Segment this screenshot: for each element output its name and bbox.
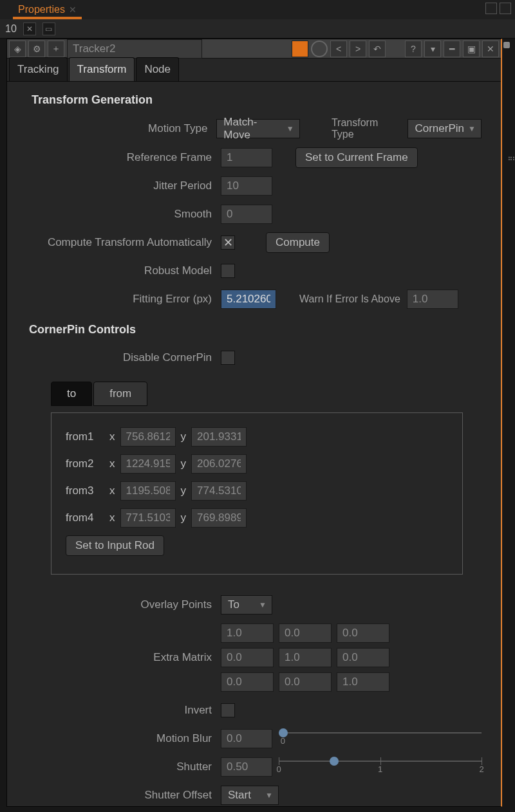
- matrix-1-1[interactable]: [279, 648, 332, 667]
- fitting-error-input[interactable]: [221, 290, 276, 309]
- properties-tabbar: Properties ✕: [0, 0, 515, 19]
- from1-row: from1 x y: [66, 427, 448, 447]
- robust-model-label: Robust Model: [32, 264, 214, 277]
- center-icon[interactable]: ◈: [9, 41, 26, 57]
- add-icon[interactable]: ＋: [48, 41, 64, 57]
- overlay-points-dropdown[interactable]: To: [221, 595, 272, 614]
- minimize-window-icon[interactable]: [485, 3, 497, 14]
- node-panel: ◈ ⚙ ＋ < > ↶ ? ▾ ━ ▣ ✕ Tracking Transform…: [6, 39, 502, 807]
- reference-frame-label: Reference Frame: [32, 151, 214, 164]
- from2-y-input[interactable]: [191, 454, 247, 474]
- transform-type-dropdown[interactable]: CornerPin: [407, 119, 482, 138]
- matrix-1-2[interactable]: [337, 648, 389, 667]
- gear-icon[interactable]: ⚙: [28, 41, 45, 57]
- matrix-0-1[interactable]: [279, 623, 332, 643]
- motion-blur-label: Motion Blur: [32, 732, 214, 745]
- from2-label: from2: [66, 457, 104, 470]
- matrix-1-0[interactable]: [221, 648, 274, 667]
- shutter-offset-label: Shutter Offset: [32, 789, 214, 802]
- close-panel-icon[interactable]: ✕: [482, 41, 499, 57]
- cornerpin-points-panel: from1 x y from2 x y from3 x y fr: [51, 412, 463, 575]
- redo-icon[interactable]: >: [350, 41, 366, 57]
- reference-frame-input[interactable]: [221, 148, 272, 167]
- invert-label: Invert: [32, 704, 214, 717]
- compute-auto-label: Compute Transform Automatically: [32, 236, 214, 249]
- warn-input[interactable]: [407, 290, 458, 309]
- maximize-panels-icon[interactable]: ▭: [42, 23, 55, 35]
- tab-transform[interactable]: Transform: [69, 57, 135, 81]
- motion-blur-slider[interactable]: 0: [279, 728, 482, 749]
- motion-blur-input[interactable]: [221, 729, 272, 748]
- from1-x-input[interactable]: [120, 427, 176, 447]
- from1-y-input[interactable]: [191, 427, 247, 447]
- node-name-input[interactable]: [67, 39, 202, 59]
- undo-icon[interactable]: <: [330, 41, 347, 57]
- shutter-offset-dropdown[interactable]: Start: [221, 786, 279, 805]
- help-icon[interactable]: ?: [405, 41, 422, 57]
- extra-matrix-label: Extra Matrix: [32, 651, 214, 664]
- from4-label: from4: [66, 512, 104, 524]
- jitter-period-label: Jitter Period: [32, 180, 214, 192]
- from4-row: from4 x y: [66, 508, 448, 528]
- from1-label: from1: [66, 430, 104, 443]
- disable-cornerpin-label: Disable CornerPin: [32, 351, 214, 364]
- from4-y-input[interactable]: [191, 508, 247, 528]
- from3-label: from3: [66, 484, 104, 497]
- fitting-error-label: Fitting Error (px): [32, 293, 214, 306]
- compute-button[interactable]: Compute: [266, 232, 330, 253]
- node-header: ◈ ⚙ ＋ < > ↶ ? ▾ ━ ▣ ✕: [7, 39, 501, 59]
- from3-x-input[interactable]: [120, 481, 176, 501]
- compute-auto-checkbox[interactable]: ✕: [221, 235, 235, 250]
- motion-type-label: Motion Type: [32, 122, 210, 135]
- properties-tab[interactable]: Properties ✕: [13, 0, 82, 19]
- hide-icon[interactable]: ▾: [424, 41, 441, 57]
- disable-cornerpin-checkbox[interactable]: [221, 351, 235, 365]
- close-window-icon[interactable]: [500, 3, 511, 14]
- matrix-0-0[interactable]: [221, 623, 274, 643]
- panel-count: 10: [5, 23, 17, 35]
- from2-x-input[interactable]: [120, 454, 176, 474]
- from-tab[interactable]: from: [93, 382, 147, 406]
- matrix-2-2[interactable]: [337, 672, 389, 692]
- from3-y-input[interactable]: [191, 481, 247, 501]
- shutter-slider[interactable]: 0 1 2: [279, 757, 482, 777]
- section-cornerpin: CornerPin Controls: [29, 323, 482, 337]
- matrix-2-0[interactable]: [221, 672, 274, 692]
- smooth-input[interactable]: [221, 205, 272, 224]
- warn-label: Warn If Error Is Above: [299, 293, 400, 305]
- shutter-input[interactable]: [221, 757, 272, 777]
- set-to-input-rod-button[interactable]: Set to Input Rod: [66, 535, 164, 556]
- clear-panels-icon[interactable]: ✕: [23, 23, 36, 35]
- from4-x-input[interactable]: [120, 508, 176, 528]
- properties-toolbar: 10 ✕ ▭: [0, 19, 515, 39]
- section-transform-generation: Transform Generation: [32, 93, 482, 107]
- node-tabs: Tracking Transform Node: [7, 59, 501, 82]
- restore-icon[interactable]: ↶: [369, 41, 386, 57]
- scrollbar-thumb[interactable]: [503, 42, 510, 48]
- float-icon[interactable]: ▣: [463, 41, 480, 57]
- robust-model-checkbox[interactable]: [221, 264, 235, 278]
- set-current-frame-button[interactable]: Set to Current Frame: [295, 147, 418, 168]
- close-icon[interactable]: ✕: [69, 5, 77, 15]
- properties-tab-label: Properties: [18, 4, 65, 15]
- shutter-label: Shutter: [32, 761, 214, 773]
- tab-node[interactable]: Node: [136, 57, 179, 81]
- to-tab[interactable]: to: [51, 382, 92, 406]
- from2-row: from2 x y: [66, 454, 448, 474]
- overlay-color-icon[interactable]: [311, 41, 328, 57]
- color-swatch[interactable]: [292, 41, 308, 57]
- overlay-points-label: Overlay Points: [32, 598, 214, 611]
- invert-checkbox[interactable]: [221, 703, 235, 717]
- jitter-period-input[interactable]: [221, 176, 272, 196]
- sidebar-drag-icon[interactable]: ⠿: [506, 156, 515, 163]
- from3-row: from3 x y: [66, 481, 448, 501]
- minimize-icon[interactable]: ━: [444, 41, 460, 57]
- matrix-2-1[interactable]: [279, 672, 332, 692]
- smooth-label: Smooth: [32, 208, 214, 221]
- matrix-0-2[interactable]: [337, 623, 389, 643]
- motion-type-dropdown[interactable]: Match-Move: [216, 119, 299, 138]
- tab-tracking[interactable]: Tracking: [9, 57, 68, 81]
- transform-type-label: Transform Type: [332, 117, 402, 140]
